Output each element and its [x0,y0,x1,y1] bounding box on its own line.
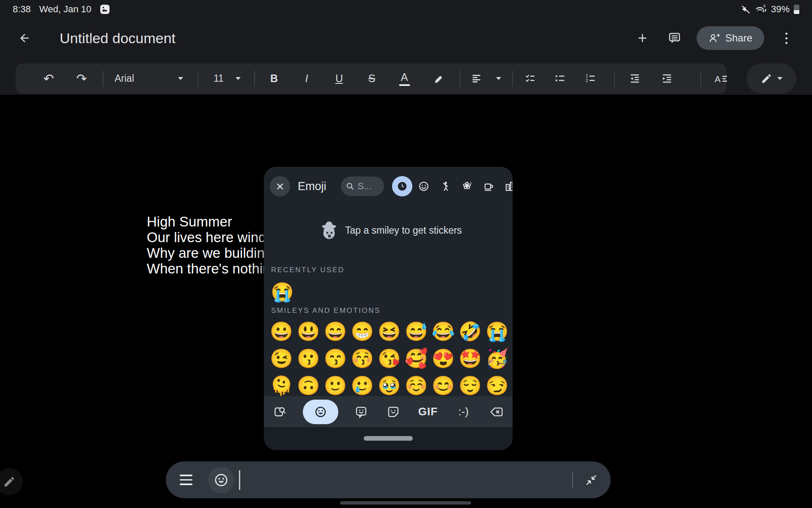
add-button[interactable] [632,28,653,48]
mute-icon [741,4,751,14]
plus-icon [636,32,648,44]
outdent-button[interactable] [623,67,646,91]
bulleted-list-button[interactable] [548,67,571,91]
emoji-kitchen-tab[interactable] [384,400,403,424]
emoji-button[interactable]: 😗 [297,345,318,372]
keyboard-toolbar[interactable] [166,461,611,498]
emoji-button[interactable]: 😄 [324,318,345,345]
collapse-keyboard-button[interactable] [584,473,598,487]
category-recent[interactable] [392,176,413,196]
checklist-button[interactable] [518,67,542,91]
underline-button[interactable]: U [327,67,351,91]
font-family-dropdown[interactable]: Arial [109,73,189,84]
edit-mode-dropdown[interactable] [746,64,796,94]
emoji-button[interactable]: 😀 [270,318,291,345]
text-color-bar [399,84,410,86]
emoji-button[interactable]: 😚 [351,345,372,372]
emoji-tab-selected[interactable] [303,400,338,424]
emoji-button[interactable]: 😏 [486,372,507,399]
sticker-mascot-icon: 3 [318,219,340,241]
app-header: Untitled document Share [0,21,812,55]
share-button[interactable]: Share [697,26,764,50]
smiley-icon [214,472,229,488]
emoji-button[interactable]: ☺️ [405,372,426,399]
indent-button[interactable] [655,67,678,91]
emoji-button[interactable]: 😂 [432,318,453,345]
formatting-toolbar: ↶ ↷ Arial 11 B I U S A [16,64,727,94]
svg-text:A: A [715,74,721,83]
emoji-keyboard-button[interactable] [208,467,234,493]
chevron-down-icon [496,77,501,80]
emoji-button[interactable]: 😃 [297,318,318,345]
bulleted-list-icon [554,73,565,84]
emoji-button[interactable]: 😙 [324,345,345,372]
emoji-button[interactable]: 🥰 [405,345,426,372]
kebab-icon [781,33,791,44]
emoji-button[interactable]: 😍 [432,345,453,372]
category-people[interactable] [435,176,456,196]
stickers-tab[interactable] [352,400,370,424]
text-color-button[interactable]: A [392,67,416,91]
emoji-button[interactable]: 🤣 [458,318,480,345]
sticker-search-button[interactable] [271,400,289,424]
emoji-button[interactable]: 🤩 [458,345,480,372]
category-smileys[interactable] [413,176,435,196]
emoji-button[interactable]: 🫠 [270,372,291,399]
emoji-button[interactable]: 😌 [458,372,480,399]
font-size-dropdown[interactable]: 11 [208,73,246,84]
category-places[interactable] [499,176,513,196]
navigation-gesture-bar[interactable] [340,501,471,505]
emoji-picker-panel: × Emoji S... [264,167,513,450]
emoji-button[interactable]: 😊 [432,372,453,399]
back-button[interactable] [14,28,35,48]
highlight-color-button[interactable] [427,67,451,91]
sticker-hint-text: Tap a smiley to get stickers [345,225,462,236]
recently-used-row: 😭 [271,279,293,306]
emoji-panel-bottom-bar: GIF :-) [264,396,513,427]
redo-button[interactable]: ↷ [70,67,93,91]
close-button[interactable]: × [270,176,290,196]
outdent-icon [629,73,640,84]
emoji-search-input[interactable]: S... [341,177,384,196]
comments-button[interactable] [664,28,685,48]
emoji-button[interactable]: 🥲 [351,372,372,399]
panel-drag-handle[interactable] [364,436,413,441]
overflow-menu-button[interactable] [776,28,796,48]
emoji-button[interactable]: 🥹 [378,372,399,399]
smiley-icon [314,406,327,418]
text-format-button[interactable]: A [708,67,735,91]
emoji-button[interactable]: 🥳 [486,345,507,372]
wifi-icon: 6 [755,4,767,15]
bold-button[interactable]: B [262,67,286,91]
italic-button[interactable]: I [295,67,318,91]
undo-button[interactable]: ↶ [37,67,60,91]
document-title[interactable]: Untitled document [60,30,176,47]
backspace-button[interactable] [487,400,506,424]
numbered-list-button[interactable]: 12 [578,67,602,91]
emoji-button[interactable]: 🙃 [297,372,318,399]
emoji-button[interactable]: 🙂 [324,372,345,399]
svg-text:2: 2 [585,78,588,83]
emoji-button[interactable]: 😉 [270,345,291,372]
emoji-button[interactable]: 😘 [378,345,399,372]
text-cursor [239,470,240,490]
menu-button[interactable] [180,475,192,485]
sticker-peel-icon [387,406,400,418]
category-nature[interactable] [456,176,478,196]
emoji-button[interactable]: 😆 [378,318,399,345]
emoji-button[interactable]: 😅 [405,318,426,345]
gif-tab[interactable]: GIF [416,400,440,424]
checklist-icon [524,73,536,84]
kaomoji-tab[interactable]: :-) [453,400,474,424]
status-bar: 8:38 Wed, Jan 10 6 39% [0,0,812,19]
emoji-button[interactable]: 😭 [486,318,507,345]
font-size-value: 11 [214,73,224,84]
category-food[interactable] [478,176,499,196]
strikethrough-button[interactable]: S [360,67,384,91]
sticker-hint-row[interactable]: 3 Tap a smiley to get stickers [264,218,513,243]
emoji-button[interactable]: 😭 [271,279,293,306]
emoji-button[interactable]: 😁 [351,318,372,345]
share-label: Share [725,32,752,44]
align-dropdown[interactable] [471,73,501,84]
svg-text:1: 1 [585,74,588,78]
